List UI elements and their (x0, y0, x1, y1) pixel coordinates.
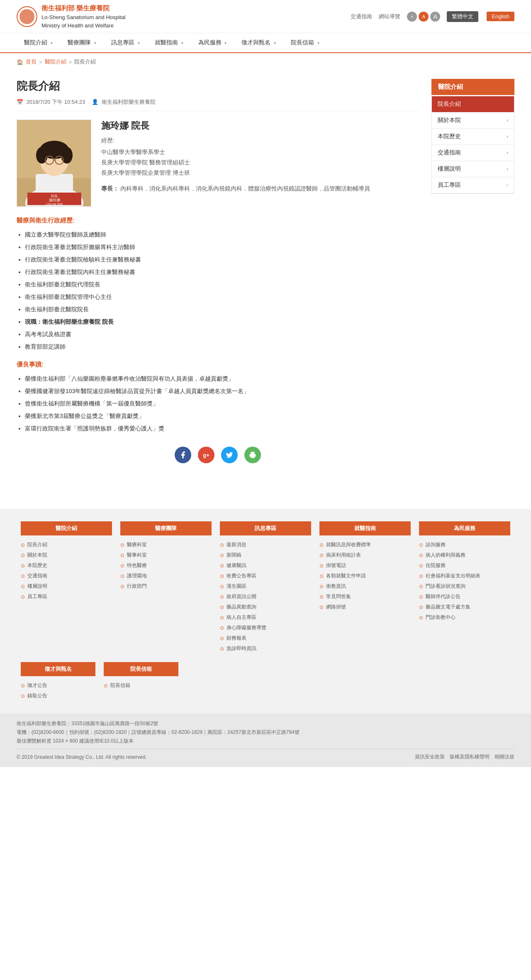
footer-link[interactable]: ⊙就醫訊息與收費標準 (319, 540, 411, 550)
nav-item-medical[interactable]: 醫療團隊 ▾ (60, 33, 104, 52)
footer-link[interactable]: ⊙財務報表 (220, 633, 311, 643)
sidebar-item-president[interactable]: 院長介紹 (432, 96, 514, 112)
footer-link[interactable]: ⊙住院服務 (419, 560, 510, 571)
nav-link-patient[interactable]: 就醫指南 ▾ (147, 33, 191, 52)
link-icon: ⊙ (21, 584, 25, 589)
footer-link[interactable]: ⊙院長信箱 (104, 680, 178, 691)
footer-link[interactable]: ⊙本院歷史 (21, 560, 112, 571)
print-icon[interactable] (244, 447, 261, 463)
nav-link-medical[interactable]: 醫療團隊 ▾ (60, 33, 104, 52)
specialty-text: 專長： 內科專科．消化系內科專科．消化系內視鏡內科．體腺治療性內視鏡認證醫師．品… (101, 183, 419, 194)
footer-link[interactable]: ⊙醫療科室 (120, 540, 212, 550)
nav-item-hospital[interactable]: 醫院介紹 ▾ (17, 33, 60, 52)
traffic-link[interactable]: 交通指南 (351, 13, 372, 20)
nav-item-mailbox[interactable]: 院長信箱 ▾ (283, 33, 327, 52)
footer-link[interactable]: ⊙健康醫訊 (220, 560, 311, 571)
footer-link[interactable]: ⊙診詢服務 (419, 540, 510, 550)
sidebar-item-floor[interactable]: 樓層說明 › (432, 161, 514, 177)
footer-link[interactable]: ⊙交通指南 (21, 571, 112, 581)
nav-link-service[interactable]: 為民服務 ▾ (191, 33, 234, 52)
footer-link[interactable]: ⊙員工專區 (21, 591, 112, 602)
facebook-icon[interactable] (175, 447, 191, 463)
footer-link[interactable]: ⊙新聞稿 (220, 550, 311, 560)
awards-section-heading: 優良事蹟: (17, 361, 419, 369)
doctor-photo-svg: 院長 施玲娜 Ling-Na Shih (17, 120, 91, 207)
footer-link[interactable]: ⊙錄取公告 (21, 691, 95, 701)
footer-link[interactable]: ⊙關於本院 (21, 550, 112, 560)
sidebar-item-about[interactable]: 關於本院 › (432, 112, 514, 129)
svg-point-7 (61, 147, 73, 164)
footer-link[interactable]: ⊙門診衛教中心 (419, 612, 510, 623)
content-area: 院長介紹 📅 2018/7/20 下午 10:54:23 👤 衛生福利部樂生療養… (17, 79, 419, 476)
footer-link[interactable]: ⊙門診看診狀況查詢 (419, 581, 510, 591)
font-small-btn[interactable]: A (407, 12, 417, 22)
career-item: 行政院衛生署臺北醫院內科主任兼醫務秘書 (25, 266, 419, 278)
link-icon: ⊙ (120, 552, 124, 558)
footer-link[interactable]: ⊙院長介紹 (21, 540, 112, 550)
breadcrumb-level1[interactable]: 醫院介紹 (45, 58, 66, 66)
page-title: 院長介紹 (17, 79, 419, 93)
footer-link[interactable]: ⊙漢生園區 (220, 581, 311, 591)
font-medium-btn[interactable]: A (419, 12, 429, 22)
nav-link-news[interactable]: 訊息專區 ▾ (104, 33, 147, 52)
footer-link[interactable]: ⊙最新消息 (220, 540, 311, 550)
footer-link[interactable]: ⊙病人自主專區 (220, 612, 311, 623)
nav-item-recruit[interactable]: 徵才與甄名 ▾ (234, 33, 283, 52)
link-icon: ⊙ (220, 625, 224, 631)
footer-link[interactable]: ⊙藥品異動查詢 (220, 602, 311, 612)
link-icon: ⊙ (21, 542, 25, 548)
footer-address-line2: 電機：(02)8200-6600｜預約掛號：(02)8200-1820｜訪號總責… (17, 729, 514, 736)
footer-link[interactable]: ⊙醫師停代診公告 (419, 591, 510, 602)
footer-link[interactable]: ⊙病人的權利與義務 (419, 550, 510, 560)
footer-law-link[interactable]: 相關法規 (494, 753, 514, 760)
footer-link[interactable]: ⊙掛號電話 (319, 560, 411, 571)
footer-link[interactable]: ⊙身心障礙服務導覽 (220, 623, 311, 633)
nav-link-recruit[interactable]: 徵才與甄名 ▾ (234, 33, 283, 52)
footer-link[interactable]: ⊙各類就醫文件申請 (319, 571, 411, 581)
breadcrumb-home[interactable]: 首頁 (26, 58, 37, 66)
footer-col-mailbox: 院長信箱 ⊙院長信箱 (100, 662, 183, 701)
footer-link[interactable]: ⊙樓層說明 (21, 581, 112, 591)
sidebar-menu: 院長介紹 關於本院 › 本院歷史 › 交通指南 › 樓層說明 › 員工專區 › (431, 96, 514, 194)
gplus-icon[interactable]: g+ (198, 447, 214, 463)
chevron-right-icon: › (507, 117, 508, 123)
footer-link[interactable]: ⊙政府資訊公開 (220, 591, 311, 602)
footer-link[interactable]: ⊙急診即時資訊 (220, 643, 311, 654)
font-size-buttons: A A A (407, 12, 440, 22)
sitemap-link[interactable]: 網站導覽 (379, 13, 400, 20)
footer-link[interactable]: ⊙護理園地 (120, 571, 212, 581)
nav-link-mailbox[interactable]: 院長信箱 ▾ (283, 33, 327, 52)
lang-zh-btn[interactable]: 繁體中文 (447, 11, 478, 22)
footer-security-link[interactable]: 資訊安全政策 (415, 753, 445, 760)
footer-link[interactable]: ⊙病床利用統計表 (319, 550, 411, 560)
lang-en-btn[interactable]: English (487, 12, 514, 21)
link-icon: ⊙ (419, 563, 423, 569)
sidebar-item-history[interactable]: 本院歷史 › (432, 129, 514, 145)
breadcrumb-sep2: > (69, 59, 72, 65)
footer-link[interactable]: ⊙藥品圖文電子處方集 (419, 602, 510, 612)
nav-item-patient[interactable]: 就醫指南 ▾ (147, 33, 191, 52)
footer-link[interactable]: ⊙特色醫療 (120, 560, 212, 571)
nav-link-hospital[interactable]: 醫院介紹 ▾ (17, 33, 60, 52)
footer-link[interactable]: ⊙常見問答集 (319, 591, 411, 602)
nav-arrow: ▾ (51, 41, 53, 45)
edu-item-1: 中山醫學大學醫學系學士 (101, 147, 419, 157)
footer-link[interactable]: ⊙徵才公告 (21, 680, 95, 691)
twitter-icon[interactable] (221, 447, 238, 463)
footer-privacy-link[interactable]: 版權及隱私權聲明 (450, 753, 490, 760)
link-icon: ⊙ (419, 542, 423, 548)
sidebar-item-staff[interactable]: 員工專區 › (432, 177, 514, 193)
footer-columns: 醫院介紹 ⊙院長介紹 ⊙關於本院 ⊙本院歷史 ⊙交通指南 ⊙樓層說明 ⊙員工專區… (17, 521, 514, 654)
footer-link[interactable]: ⊙衛教資訊 (319, 581, 411, 591)
nav-item-service[interactable]: 為民服務 ▾ (191, 33, 234, 52)
footer-link[interactable]: ⊙行政部門 (120, 581, 212, 591)
nav-item-news[interactable]: 訊息專區 ▾ (104, 33, 147, 52)
breadcrumb-current: 院長介紹 (74, 58, 96, 66)
footer-link[interactable]: ⊙網路掛號 (319, 602, 411, 612)
font-large-btn[interactable]: A (430, 12, 440, 22)
footer-link[interactable]: ⊙醫事科室 (120, 550, 212, 560)
sidebar-item-traffic[interactable]: 交通指南 › (432, 145, 514, 161)
footer-link[interactable]: ⊙收費公告專區 (220, 571, 311, 581)
link-icon: ⊙ (220, 542, 224, 548)
footer-link[interactable]: ⊙社會福利基金支出明細表 (419, 571, 510, 581)
